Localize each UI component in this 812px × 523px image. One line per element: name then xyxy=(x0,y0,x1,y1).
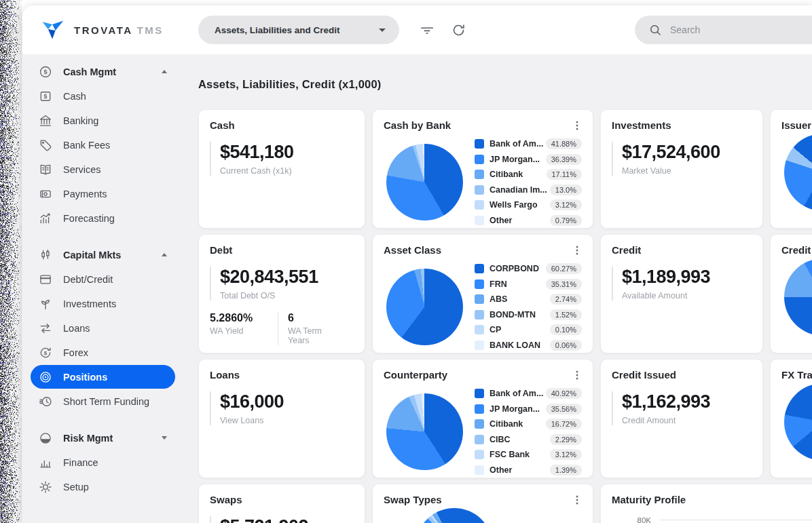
card-grid: Cash $541,180 Current Cash (x1k) Cash by… xyxy=(198,109,812,523)
swap-types-pie[interactable] xyxy=(416,508,493,523)
debt-caption: Total Debt O/S xyxy=(220,291,354,301)
sidebar-item-cash[interactable]: $ Cash xyxy=(31,84,175,108)
kebab-icon xyxy=(572,120,582,131)
sidebar-section-capital-mkts[interactable]: Capital Mkts xyxy=(31,243,175,267)
card-swap-types[interactable]: Swap Types xyxy=(372,484,593,523)
kebab-menu-button[interactable] xyxy=(570,118,585,133)
expand-icon xyxy=(162,436,167,440)
y-axis: 80K 60K xyxy=(612,515,812,523)
gear-icon xyxy=(39,480,52,494)
investments-value: $17,524,600 xyxy=(622,142,752,163)
card-fx-trades[interactable]: FX Trad xyxy=(770,359,812,478)
refresh-button[interactable] xyxy=(449,20,468,39)
sidebar: $ Cash Mgmt $ Cash Banking xyxy=(22,54,190,523)
search-icon xyxy=(648,23,662,37)
forex-cycle-icon: $ xyxy=(39,346,52,360)
card-issuer-type[interactable]: Issuer T xyxy=(770,109,812,229)
svg-text:$: $ xyxy=(43,69,47,75)
card-investments[interactable]: Investments $17,524,600 Market Value xyxy=(600,109,763,229)
trovata-logo-icon xyxy=(40,18,66,42)
kebab-icon xyxy=(572,370,582,381)
kebab-icon xyxy=(572,245,582,256)
book-icon xyxy=(39,163,52,176)
swaps-value: $5,721,902 xyxy=(220,516,354,523)
sidebar-item-forex[interactable]: $ Forex xyxy=(31,341,175,364)
card-asset-class[interactable]: Asset Class CORPBOND60.27% FRN35.31% ABS… xyxy=(372,234,593,353)
dollar-circle-icon: $ xyxy=(39,65,52,79)
credit-issued-caption: Credit Amount xyxy=(622,416,752,425)
tag-icon xyxy=(39,138,52,152)
sprout-icon xyxy=(39,297,52,311)
sidebar-item-payments[interactable]: Payments xyxy=(31,182,175,206)
sidebar-item-finance[interactable]: Finance xyxy=(31,450,175,474)
sidebar-item-short-term-funding[interactable]: Short Term Funding xyxy=(31,389,175,413)
view-selector-dropdown[interactable]: Assets, Liabilities and Credit xyxy=(198,16,399,44)
main-content: Assets, Liabilities, Credit (x1,000) Cas… xyxy=(198,54,812,523)
sidebar-item-banking[interactable]: Banking xyxy=(31,109,175,132)
sidebar-item-positions[interactable]: Positions xyxy=(31,365,175,389)
brand-text: TROVATATMS xyxy=(74,24,164,36)
screen-edge-noise xyxy=(0,0,22,523)
search-box[interactable] xyxy=(635,16,812,44)
view-selector-label: Assets, Liabilities and Credit xyxy=(215,25,340,35)
card-credit-issued[interactable]: Credit Issued $1,162,993 Credit Amount xyxy=(600,359,763,478)
legend: Bank of Am...41.88% JP Morgan...36.39% C… xyxy=(475,138,582,226)
card-credit[interactable]: Credit $1,189,993 Available Amount xyxy=(600,234,763,353)
legend: CORPBOND60.27% FRN35.31% ABS2.74% BOND-M… xyxy=(475,263,582,351)
collapse-icon xyxy=(162,253,167,256)
refresh-icon xyxy=(451,23,466,37)
banknote-icon xyxy=(39,187,52,201)
loans-caption: View Loans xyxy=(220,416,354,425)
sidebar-item-bank-fees[interactable]: Bank Fees xyxy=(31,133,175,157)
sidebar-item-setup[interactable]: Setup xyxy=(31,475,175,499)
card-loans[interactable]: Loans $16,000 View Loans xyxy=(198,359,365,478)
sidebar-item-forecasting[interactable]: Forecasting xyxy=(31,206,175,230)
sidebar-section-risk-mgmt[interactable]: Risk Mgmt xyxy=(31,426,175,450)
card-credit-i[interactable]: Credit I xyxy=(770,234,812,353)
sidebar-item-services[interactable]: Services xyxy=(31,157,175,181)
svg-text:$: $ xyxy=(44,349,48,355)
investments-caption: Market Value xyxy=(622,166,752,176)
card-swaps[interactable]: Swaps $5,721,902 xyxy=(198,484,365,523)
card-cash[interactable]: Cash $541,180 Current Cash (x1k) xyxy=(198,109,365,229)
clock-lines-icon xyxy=(39,395,52,408)
cash-icon: $ xyxy=(39,90,52,103)
asset-class-pie[interactable] xyxy=(386,269,463,345)
filter-icon xyxy=(420,22,435,37)
card-counterparty[interactable]: Counterparty Bank of Am...40.92% JP Morg… xyxy=(372,359,593,478)
filter-button[interactable] xyxy=(418,20,437,39)
card-cash-by-bank[interactable]: Cash by Bank Bank of Am...41.88% JP Morg… xyxy=(372,109,593,229)
kebab-menu-button[interactable] xyxy=(570,492,585,507)
cash-value: $541,180 xyxy=(220,142,354,163)
app-window: TROVATATMS Assets, Liabilities and Credi… xyxy=(22,5,812,523)
collapse-icon xyxy=(162,70,167,73)
bar-chart-icon xyxy=(39,456,52,469)
half-circle-icon xyxy=(39,431,52,445)
sidebar-item-debt-credit[interactable]: Debt/Credit xyxy=(31,267,175,291)
credit-card-icon xyxy=(39,273,52,286)
loans-value: $16,000 xyxy=(220,391,354,412)
wa-term-value: 6 xyxy=(288,312,344,324)
fx-trades-pie[interactable] xyxy=(784,383,812,461)
card-maturity-profile[interactable]: Maturity Profile 80K 60K xyxy=(600,484,812,523)
candlestick-icon xyxy=(39,248,52,262)
cash-caption: Current Cash (x1k) xyxy=(220,166,354,176)
counterparty-pie[interactable] xyxy=(386,393,463,470)
kebab-menu-button[interactable] xyxy=(570,243,585,258)
credit-issued-value: $1,162,993 xyxy=(622,391,752,412)
credit-caption: Available Amount xyxy=(622,291,752,301)
sidebar-item-investments[interactable]: Investments xyxy=(31,292,175,315)
sidebar-section-cash-mgmt[interactable]: $ Cash Mgmt xyxy=(31,60,175,83)
wa-yield-value: 5.2860% xyxy=(210,312,268,324)
credit-i-pie[interactable] xyxy=(784,258,812,336)
svg-text:$: $ xyxy=(44,93,48,100)
card-debt[interactable]: Debt $20,843,551 Total Debt O/S 5.2860% … xyxy=(198,234,365,353)
sidebar-item-loans[interactable]: Loans xyxy=(31,316,175,340)
cash-by-bank-pie[interactable] xyxy=(386,144,463,220)
debt-value: $20,843,551 xyxy=(220,267,354,288)
wa-yield-caption: WA Yield xyxy=(210,326,268,336)
issuer-type-pie[interactable] xyxy=(784,134,812,211)
kebab-menu-button[interactable] xyxy=(570,368,585,383)
credit-value: $1,189,993 xyxy=(622,267,752,288)
search-input[interactable] xyxy=(670,24,812,35)
